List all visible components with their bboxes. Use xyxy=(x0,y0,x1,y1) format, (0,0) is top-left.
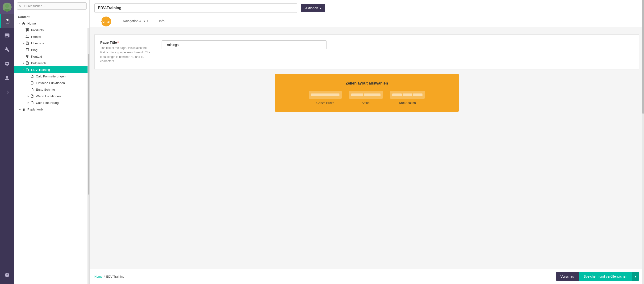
sidebar: Content Home Products People xyxy=(14,0,90,284)
sidebar-item-users[interactable] xyxy=(0,71,14,85)
tree-label-erste: Erste Schritte xyxy=(36,88,86,91)
icon-rail xyxy=(0,0,14,284)
tree-item-wenn-funktionen[interactable]: Wenn Funktionen xyxy=(14,93,90,99)
person-icon xyxy=(4,75,10,81)
layout-picker-title: Zeilenlayout auswählen xyxy=(284,81,450,86)
layout-label-drei: Drei Spalten xyxy=(399,101,416,105)
tree-item-uber-uns[interactable]: Über uns xyxy=(14,40,90,47)
layout-option-drei-spalten[interactable]: Drei Spalten xyxy=(390,91,425,105)
breadcrumb-separator: / xyxy=(104,275,105,278)
layout-bar-drei-1 xyxy=(392,94,402,96)
file-icon-calc-format xyxy=(30,74,34,78)
layout-picker: Zeilenlayout auswählen Ganze Breite xyxy=(275,74,459,112)
file-icon xyxy=(5,19,10,24)
tab-content-label: Content xyxy=(100,20,112,23)
tree-item-home[interactable]: Home xyxy=(14,20,90,27)
image-icon xyxy=(4,33,10,38)
tree-item-edv-training[interactable]: EDV-Training xyxy=(14,66,90,73)
preview-button[interactable]: Vorschau xyxy=(556,272,579,281)
file-icon-erste xyxy=(30,88,34,91)
tree-item-einfache-funktionen[interactable]: Einfache Funktionen xyxy=(14,80,90,86)
sidebar-item-settings[interactable] xyxy=(0,57,14,71)
main-header: Aktionen ▾ xyxy=(90,0,644,16)
layout-preview-ganze xyxy=(309,91,342,99)
sidebar-search-container xyxy=(14,0,90,12)
sidebar-item-help[interactable] xyxy=(0,270,14,284)
layout-bar-artikel-2 xyxy=(364,94,380,96)
breadcrumb-home-link[interactable]: Home xyxy=(94,275,102,278)
layout-label-ganze: Ganze Breite xyxy=(316,101,334,105)
tree-item-products[interactable]: Products xyxy=(14,27,90,33)
file-icon-edv xyxy=(26,68,29,72)
chevron-wenn xyxy=(26,95,30,97)
tree-item-people[interactable]: People xyxy=(14,33,90,40)
tree-item-papierkorb[interactable]: Papierkorb xyxy=(14,106,90,113)
avatar-image xyxy=(2,3,12,12)
main-footer: Home / EDV-Training Vorschau Speichern u… xyxy=(90,269,644,284)
arrow-icon xyxy=(4,90,10,95)
question-icon xyxy=(4,272,10,278)
content-body: Page Title* The title of the page, this … xyxy=(90,27,644,269)
breadcrumb-current: EDV-Training xyxy=(106,275,124,278)
calendar-icon xyxy=(26,48,29,52)
page-title-input[interactable] xyxy=(94,3,297,13)
home-icon xyxy=(22,22,26,25)
aktionen-label: Aktionen xyxy=(305,6,318,10)
cart-icon xyxy=(26,28,29,32)
sidebar-section-label: Content xyxy=(14,12,90,20)
save-dropdown-button[interactable]: ▾ xyxy=(632,272,639,281)
tree-label-wenn: Wenn Funktionen xyxy=(36,94,86,98)
tree-item-erste-schritte[interactable]: Erste Schritte xyxy=(14,86,90,93)
search-icon xyxy=(19,5,22,8)
tree-label-uber-uns: Über uns xyxy=(31,42,86,45)
pin-icon xyxy=(26,55,29,58)
footer-buttons: Vorschau Speichern und veröffentlichen ▾ xyxy=(556,272,639,281)
layout-option-ganze-breite[interactable]: Ganze Breite xyxy=(309,91,342,105)
tree-item-bulgarisch[interactable]: Bulgarisch xyxy=(14,60,90,66)
chevron-edv-training xyxy=(22,69,26,71)
chevron-bulgarisch xyxy=(22,62,26,64)
page-title-field[interactable] xyxy=(162,40,327,49)
aktionen-chevron-icon: ▾ xyxy=(320,7,321,10)
layout-option-artikel[interactable]: Artikel xyxy=(349,91,383,105)
layout-bar-artikel-1 xyxy=(351,94,363,96)
layout-bar-full xyxy=(311,94,340,96)
field-title-text: Page Title xyxy=(100,40,117,44)
tree-item-calc-formatierungen[interactable]: Calc Formatierungen xyxy=(14,73,90,80)
layout-preview-drei xyxy=(390,91,425,99)
file-icon-wenn xyxy=(30,94,34,98)
main-scrollbar[interactable] xyxy=(642,0,644,284)
wrench-icon xyxy=(4,47,10,52)
main-panel: Aktionen ▾ Content Navigation & SEO Info xyxy=(90,0,644,284)
file-icon-calc-einfuhrung xyxy=(30,101,34,105)
chevron-papierkorb xyxy=(18,108,22,111)
layout-bar-drei-3 xyxy=(413,94,422,96)
tree-item-blog[interactable]: Blog xyxy=(14,47,90,53)
layout-bar-drei-2 xyxy=(403,94,412,96)
file-icon-einfache xyxy=(30,81,34,85)
sidebar-scrollbar[interactable] xyxy=(88,28,90,284)
tree-item-kontakt[interactable]: Kontakt xyxy=(14,53,90,60)
form-input-col xyxy=(162,40,634,64)
svg-point-1 xyxy=(4,9,10,12)
user-avatar[interactable] xyxy=(0,0,14,14)
aktionen-button[interactable]: Aktionen ▾ xyxy=(301,4,325,12)
tab-nav-seo-label: Navigation & SEO xyxy=(123,19,150,23)
sidebar-item-media[interactable] xyxy=(0,28,14,43)
sidebar-item-content[interactable] xyxy=(0,14,14,28)
file-icon-uber xyxy=(26,41,29,45)
tab-info[interactable]: Info xyxy=(154,16,169,27)
sidebar-item-tools[interactable] xyxy=(0,43,14,57)
tab-content[interactable]: Content xyxy=(94,16,118,27)
form-label-col: Page Title* The title of the page, this … xyxy=(100,40,152,64)
search-input[interactable] xyxy=(17,2,86,10)
main-scroll-thumb xyxy=(642,0,644,114)
tree-label-papierkorb: Papierkorb xyxy=(27,108,86,111)
save-publish-button[interactable]: Speichern und veröffentlichen xyxy=(579,272,632,281)
sidebar-item-publish[interactable] xyxy=(0,85,14,99)
gear-icon xyxy=(4,61,10,66)
tab-navigation-seo[interactable]: Navigation & SEO xyxy=(118,16,154,27)
chevron-home xyxy=(18,22,22,25)
tree-item-calc-einfuhrung[interactable]: Calc-Einführung xyxy=(14,99,90,106)
people-icon xyxy=(26,35,29,39)
